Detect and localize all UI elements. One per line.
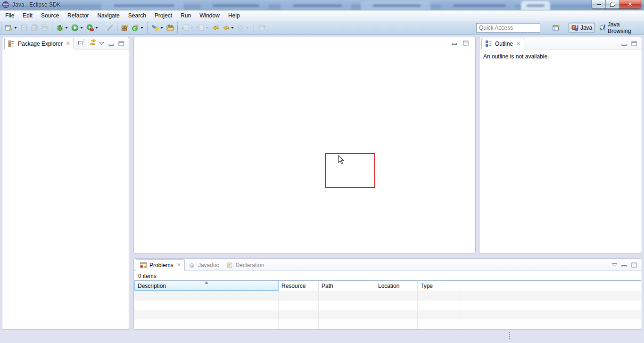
- run-external-tools-button[interactable]: [85, 22, 100, 33]
- save-button[interactable]: [19, 22, 29, 33]
- menu-bar: File Edit Source Refactor Navigate Searc…: [0, 10, 644, 21]
- previous-annotation-button[interactable]: [195, 22, 210, 33]
- tab-package-explorer[interactable]: Package Explorer ✕: [4, 38, 74, 49]
- run-external-tools-dropdown[interactable]: [95, 27, 98, 30]
- outline-view: Outline ✕ An outline is not available.: [479, 37, 642, 253]
- pen-slash-button[interactable]: [105, 22, 115, 33]
- run-button[interactable]: [70, 22, 85, 33]
- forward-dropdown[interactable]: [246, 27, 249, 30]
- main-toolbar: C: [0, 21, 644, 35]
- previous-annotation-dropdown[interactable]: [206, 27, 208, 30]
- menu-refactor[interactable]: Refactor: [63, 11, 93, 20]
- new-wizard-button[interactable]: [4, 22, 19, 33]
- run-dropdown[interactable]: [80, 27, 83, 30]
- background-browser-tab: [441, 1, 515, 10]
- column-header-resource[interactable]: Resource: [279, 281, 319, 291]
- link-with-editor-icon[interactable]: [89, 39, 97, 46]
- tab-javadoc-label: Javadoc: [198, 262, 219, 269]
- save-all-icon: [31, 24, 38, 32]
- debug-button[interactable]: [55, 22, 70, 33]
- view-menu-icon[interactable]: [99, 42, 104, 45]
- open-type-button[interactable]: [165, 22, 175, 33]
- perspective-java-browsing-button[interactable]: J Java Browsing: [597, 20, 644, 35]
- menu-file[interactable]: File: [1, 11, 18, 20]
- title-bar: Java - Eclipse SDK ✕: [0, 0, 644, 10]
- menu-window[interactable]: Window: [195, 11, 224, 20]
- status-bar: [0, 330, 644, 343]
- run-external-tools-icon: [86, 24, 94, 32]
- minimize-editor-icon[interactable]: [452, 41, 457, 45]
- maximize-view-icon[interactable]: [631, 41, 637, 46]
- minimize-view-icon[interactable]: [621, 263, 627, 268]
- run-icon: [71, 24, 79, 32]
- new-wizard-dropdown[interactable]: [14, 27, 17, 30]
- minimize-view-icon[interactable]: [108, 41, 114, 46]
- tab-javadoc[interactable]: @ Javadoc: [185, 259, 223, 271]
- menu-edit[interactable]: Edit: [18, 11, 37, 20]
- column-header-location[interactable]: Location: [375, 281, 418, 291]
- collapse-all-icon[interactable]: [78, 39, 85, 46]
- window-title: Java - Eclipse SDK: [12, 1, 61, 8]
- menu-navigate[interactable]: Navigate: [93, 11, 124, 20]
- editor-area[interactable]: [133, 37, 476, 253]
- print-button[interactable]: [40, 22, 50, 33]
- close-icon[interactable]: ✕: [516, 41, 520, 47]
- close-icon[interactable]: ✕: [66, 41, 70, 47]
- menu-search[interactable]: Search: [124, 11, 150, 20]
- open-perspective-button[interactable]: [551, 22, 561, 33]
- column-header-filler: [460, 281, 641, 291]
- tab-problems-label: Problems: [149, 262, 173, 269]
- maximize-view-icon[interactable]: [118, 41, 124, 46]
- forward-button[interactable]: [236, 22, 251, 33]
- previous-annotation-icon: [197, 24, 204, 32]
- quick-access-input[interactable]: [476, 23, 540, 33]
- new-java-class-button[interactable]: C: [130, 22, 145, 33]
- tab-declaration[interactable]: Declaration: [223, 259, 268, 271]
- tab-outline[interactable]: Outline ✕: [481, 38, 524, 49]
- svg-text:@: @: [189, 262, 194, 269]
- back-button[interactable]: [221, 22, 236, 33]
- save-all-button[interactable]: [29, 22, 40, 33]
- statusbar-grip-icon: [509, 332, 511, 339]
- new-java-project-button[interactable]: [120, 22, 130, 33]
- minimize-view-icon[interactable]: [621, 41, 627, 46]
- close-icon[interactable]: ✕: [177, 262, 181, 268]
- problems-icon: [140, 261, 147, 269]
- view-menu-icon[interactable]: [612, 263, 617, 267]
- menu-run[interactable]: Run: [176, 11, 195, 20]
- search-dropdown[interactable]: [160, 27, 163, 30]
- tab-problems[interactable]: Problems ✕: [136, 259, 185, 271]
- menu-help[interactable]: Help: [224, 11, 244, 20]
- maximize-view-icon[interactable]: [631, 262, 637, 268]
- pin-editor-button[interactable]: [257, 22, 267, 33]
- column-header-path[interactable]: Path: [319, 281, 375, 291]
- next-annotation-dropdown[interactable]: [190, 27, 193, 30]
- menu-project[interactable]: Project: [150, 11, 176, 20]
- svg-text:J: J: [603, 24, 605, 29]
- package-explorer-tree[interactable]: [2, 49, 129, 329]
- search-button[interactable]: [150, 22, 165, 33]
- new-java-class-dropdown[interactable]: [140, 27, 143, 30]
- column-header-type[interactable]: Type: [418, 281, 460, 291]
- background-browser-tab: [521, 1, 550, 10]
- table-row: [134, 310, 641, 319]
- maximize-editor-icon[interactable]: [463, 41, 469, 46]
- column-header-description[interactable]: Description: [134, 281, 279, 291]
- back-arrow-icon: [222, 24, 230, 32]
- debug-icon: [56, 24, 64, 32]
- back-dropdown[interactable]: [231, 27, 234, 30]
- java-browsing-perspective-icon: J: [599, 24, 606, 32]
- last-edit-location-button[interactable]: [210, 22, 221, 33]
- menu-source[interactable]: Source: [37, 11, 63, 20]
- save-icon: [20, 24, 28, 32]
- red-highlight-rectangle: [325, 153, 375, 188]
- sort-ascending-icon: [205, 281, 208, 284]
- close-window-button[interactable]: ✕: [619, 0, 641, 8]
- perspective-java-button[interactable]: J Java: [569, 23, 595, 33]
- restore-window-button[interactable]: [606, 0, 619, 8]
- window-controls: ✕: [592, 0, 641, 9]
- search-flashlight-icon: [151, 24, 159, 32]
- minimize-window-button[interactable]: [592, 0, 606, 8]
- debug-dropdown[interactable]: [65, 27, 68, 30]
- next-annotation-button[interactable]: [180, 22, 195, 33]
